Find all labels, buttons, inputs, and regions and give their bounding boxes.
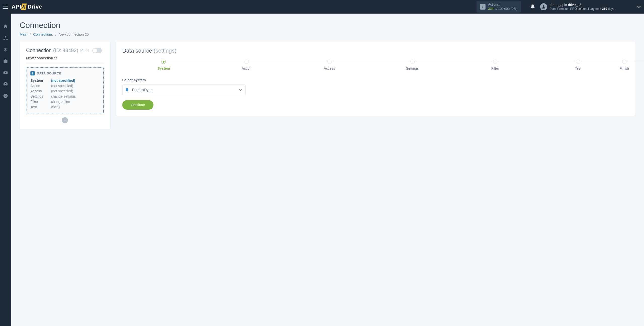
actions-of: of (495, 7, 497, 11)
chevron-down-icon (637, 6, 641, 8)
question-icon: ? (3, 93, 8, 98)
menu-toggle[interactable] (2, 3, 9, 10)
user-chevron[interactable] (637, 5, 641, 9)
ds-row-value[interactable]: (not specified) (51, 78, 99, 83)
connection-toggle[interactable] (92, 48, 102, 53)
actions-label: Actions: (488, 3, 517, 7)
breadcrumb-current: New connection 25 (59, 32, 89, 36)
logo-x: X (21, 4, 27, 10)
data-source-number: 1 (30, 71, 35, 75)
step-dot (327, 60, 332, 64)
content: Connection Main / Connections / New conn… (11, 14, 644, 326)
svg-point-3 (543, 5, 544, 7)
ds-row-value: change settings (51, 94, 99, 98)
connection-header-title: Connection (26, 48, 52, 53)
user-circle-icon (3, 82, 8, 87)
right-header-sub: (settings) (154, 48, 176, 54)
ds-row-key[interactable]: System (30, 78, 51, 83)
connection-header: Connection (ID: 43492) (26, 48, 104, 53)
ds-row-key: Access (30, 89, 51, 93)
breadcrumb: Main / Connections / New connection 25 (20, 32, 635, 36)
page-title: Connection (20, 21, 635, 30)
step-finish[interactable]: Finish (620, 60, 629, 70)
svg-rect-8 (4, 60, 8, 63)
step-settings[interactable]: Settings (371, 60, 454, 70)
user-name: demo_apix-drive_s3 (550, 3, 614, 7)
user-icon (541, 5, 546, 9)
system-selected: ProductDyno (132, 88, 239, 92)
step-label: Filter (491, 66, 499, 70)
data-source-rows: System(not specified)Action(not specifie… (30, 78, 99, 109)
nav-billing[interactable]: $ (3, 47, 8, 52)
svg-rect-6 (6, 39, 8, 40)
continue-button[interactable]: Continue (122, 100, 153, 110)
gear-icon[interactable] (85, 49, 89, 53)
svg-rect-5 (4, 39, 5, 40)
step-dot (576, 60, 580, 64)
actions-pct: (0%) (511, 7, 517, 11)
topbar: API X Drive i Actions: 234 of 100'000 (0… (0, 0, 644, 14)
connection-card: Connection (ID: 43492) New connection 25… (20, 42, 110, 129)
logo[interactable]: API X Drive (12, 4, 42, 10)
step-dot (162, 60, 166, 64)
step-label: Finish (620, 66, 629, 70)
breadcrumb-connections[interactable]: Connections (33, 32, 53, 36)
system-icon (126, 88, 129, 92)
nav-account[interactable] (3, 82, 8, 87)
ds-row-key: Action (30, 84, 51, 88)
hamburger-icon (3, 5, 8, 9)
step-label: Test (575, 66, 581, 70)
svg-point-12 (5, 83, 6, 84)
actions-counter[interactable]: i Actions: 234 of 100'000 (0%) (476, 1, 521, 13)
step-dot (622, 60, 626, 64)
user-plan: Plan |Premium PRO| left until payment 35… (550, 7, 614, 11)
user-menu[interactable]: demo_apix-drive_s3 Plan |Premium PRO| le… (540, 3, 641, 11)
logo-api: API (12, 4, 21, 10)
step-label: Access (324, 66, 335, 70)
briefcase-icon (3, 59, 8, 64)
bell-icon[interactable] (530, 4, 536, 10)
stepper: SystemActionAccessSettingsFilterTestFini… (122, 60, 629, 70)
step-label: System (157, 66, 170, 70)
ds-row-key: Test (30, 105, 51, 109)
nav-youtube[interactable] (3, 70, 8, 75)
nav-connections[interactable] (3, 35, 8, 41)
select-system-label: Select system (122, 78, 629, 82)
ds-row-value: change filter (51, 100, 99, 104)
sidebar: $ ? (0, 14, 11, 326)
svg-text:?: ? (5, 94, 7, 97)
ds-row-value: (not specified) (51, 89, 99, 93)
svg-point-17 (87, 50, 88, 51)
step-label: Action (242, 66, 252, 70)
step-system[interactable]: System (122, 60, 205, 70)
step-dot (245, 60, 249, 64)
nav-work[interactable] (3, 58, 8, 64)
document-icon[interactable] (80, 49, 84, 53)
logo-drive: Drive (27, 4, 42, 10)
right-header-title: Data source (122, 48, 152, 54)
nav-home[interactable] (3, 24, 8, 29)
step-label: Settings (406, 66, 419, 70)
step-action[interactable]: Action (205, 60, 288, 70)
right-header: Data source (settings) (122, 48, 629, 54)
data-source-title: 1 DATA SOURCE (30, 71, 99, 75)
actions-text: Actions: 234 of 100'000 (0%) (488, 3, 517, 11)
chevron-down-icon (239, 89, 242, 91)
home-icon (3, 24, 8, 29)
svg-text:$: $ (4, 47, 7, 52)
step-test[interactable]: Test (537, 60, 619, 70)
data-source-box: 1 DATA SOURCE System(not specified)Actio… (26, 67, 104, 113)
system-select[interactable]: ProductDyno (122, 85, 246, 95)
add-step-button[interactable]: + (62, 117, 68, 123)
nav-help[interactable]: ? (3, 93, 8, 99)
step-dot (493, 60, 497, 64)
svg-rect-4 (5, 36, 6, 37)
info-icon: i (480, 4, 486, 10)
step-dot (410, 60, 415, 64)
step-filter[interactable]: Filter (454, 60, 537, 70)
step-access[interactable]: Access (288, 60, 371, 70)
breadcrumb-main[interactable]: Main (20, 32, 27, 36)
actions-count: 234 (488, 7, 494, 11)
actions-total: 100'000 (498, 7, 510, 11)
ds-row-value: (not specified) (51, 84, 99, 88)
